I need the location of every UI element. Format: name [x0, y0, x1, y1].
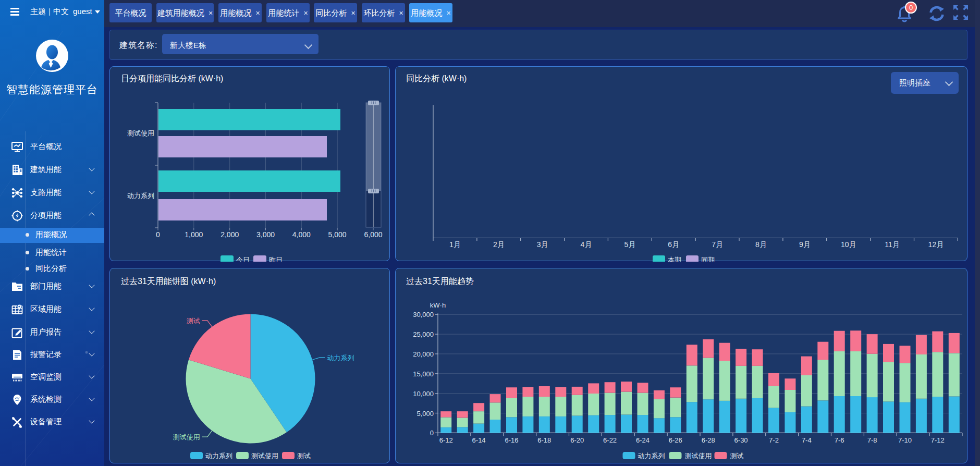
svg-text:8月: 8月 [755, 240, 767, 249]
svg-text:测试使用: 测试使用 [127, 129, 154, 137]
svg-text:6-18: 6-18 [537, 436, 551, 444]
svg-text:6-14: 6-14 [472, 436, 486, 444]
svg-text:0: 0 [430, 429, 434, 437]
svg-text:30,000: 30,000 [413, 311, 434, 318]
svg-text:15,000: 15,000 [413, 370, 434, 378]
svg-text:1,000: 1,000 [185, 230, 203, 239]
svg-text:2,000: 2,000 [220, 230, 239, 239]
svg-text:2月: 2月 [493, 240, 505, 249]
svg-text:3,000: 3,000 [256, 230, 275, 239]
svg-text:本期: 本期 [668, 256, 681, 262]
svg-text:5,000: 5,000 [328, 230, 347, 239]
svg-text:5月: 5月 [624, 240, 636, 249]
svg-text:6-26: 6-26 [669, 436, 682, 444]
svg-text:6-24: 6-24 [636, 436, 650, 444]
svg-text:6月: 6月 [668, 240, 679, 249]
svg-text:6-28: 6-28 [702, 436, 715, 444]
svg-text:12月: 12月 [928, 240, 944, 249]
svg-text:6-20: 6-20 [570, 436, 584, 444]
svg-text:7-4: 7-4 [802, 436, 812, 444]
svg-text:7月: 7月 [712, 240, 723, 249]
svg-text:4月: 4月 [581, 240, 592, 249]
svg-text:动力系列: 动力系列 [638, 452, 665, 460]
svg-text:7-8: 7-8 [867, 436, 877, 444]
svg-text:测试: 测试 [187, 317, 200, 325]
svg-text:6-30: 6-30 [734, 436, 748, 444]
svg-text:3月: 3月 [537, 240, 548, 249]
svg-text:7-12: 7-12 [931, 436, 945, 444]
svg-text:11月: 11月 [885, 240, 900, 249]
svg-text:1月: 1月 [449, 240, 461, 249]
svg-text:6-22: 6-22 [603, 436, 617, 444]
svg-text:10,000: 10,000 [413, 390, 434, 398]
svg-text:昨日: 昨日 [269, 256, 283, 262]
svg-text:测试: 测试 [730, 452, 744, 460]
svg-text:同期: 同期 [701, 256, 715, 262]
svg-text:20,000: 20,000 [413, 350, 434, 358]
svg-text:7-6: 7-6 [835, 436, 844, 444]
svg-text:10月: 10月 [841, 240, 856, 249]
svg-text:7-2: 7-2 [769, 436, 779, 444]
svg-text:测试使用: 测试使用 [251, 452, 278, 460]
svg-text:0: 0 [156, 230, 160, 239]
svg-text:今日: 今日 [236, 256, 250, 262]
svg-text:9月: 9月 [799, 240, 811, 249]
svg-text:测试: 测试 [297, 452, 311, 460]
svg-text:6-12: 6-12 [439, 436, 453, 444]
svg-text:25,000: 25,000 [413, 330, 434, 338]
svg-text:动力系列: 动力系列 [127, 192, 154, 200]
svg-text:7-10: 7-10 [898, 436, 912, 444]
svg-text:测试使用: 测试使用 [173, 433, 200, 441]
svg-text:6,000: 6,000 [364, 230, 382, 239]
svg-text:6-16: 6-16 [505, 436, 518, 444]
svg-text:4,000: 4,000 [292, 230, 311, 239]
svg-text:测试使用: 测试使用 [685, 452, 712, 460]
svg-text:kW·h: kW·h [430, 301, 446, 309]
svg-text:动力系列: 动力系列 [205, 452, 232, 460]
svg-text:5,000: 5,000 [416, 410, 434, 418]
svg-text:动力系列: 动力系列 [327, 354, 354, 362]
